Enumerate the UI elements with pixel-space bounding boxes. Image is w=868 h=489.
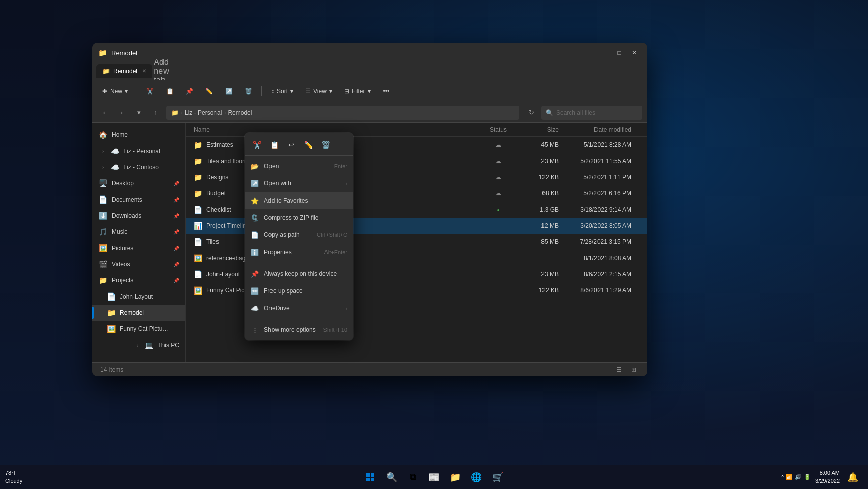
tab-close-icon[interactable]: ✕ <box>142 68 146 74</box>
up-button[interactable]: ↑ <box>149 106 163 120</box>
sidebar-label-downloads: Downloads <box>112 212 141 219</box>
ctx-favorites-label: Add to Favorites <box>264 197 347 204</box>
ctx-shortcut-button[interactable]: ↩ <box>284 138 298 152</box>
forward-button[interactable]: › <box>115 106 129 120</box>
task-view-button[interactable]: ⧉ <box>404 468 422 486</box>
window-title: Remodel <box>111 49 593 57</box>
tab-remodel[interactable]: 📁 Remodel ✕ <box>96 64 152 78</box>
search-box[interactable]: 🔍 Search all files <box>541 106 642 120</box>
file-status-checklist: ● <box>478 208 518 212</box>
recent-locations-button[interactable]: ▾ <box>132 106 146 120</box>
weather-widget[interactable]: 78°F Cloudy <box>5 469 22 485</box>
weather-temp: 78°F <box>5 469 22 477</box>
sidebar-item-projects[interactable]: 📁 Projects 📌 <box>92 272 185 288</box>
ctx-copy-button[interactable]: 📋 <box>267 138 281 152</box>
ctx-copy-path[interactable]: 📄 Copy as path Ctrl+Shift+C <box>245 226 353 243</box>
ctx-properties[interactable]: ℹ️ Properties Alt+Enter <box>245 243 353 261</box>
add-tab-button[interactable]: Add new tab <box>154 64 169 78</box>
file-date-checklist: 3/18/2022 9:14 AM <box>559 206 639 213</box>
sidebar-item-pictures[interactable]: 🖼️ Pictures 📌 <box>92 240 185 256</box>
file-icon-budget: 📁 <box>194 189 202 198</box>
details-view-button[interactable]: ☰ <box>613 364 624 375</box>
widgets-button[interactable]: 📰 <box>425 468 443 486</box>
minimize-button[interactable]: ─ <box>597 45 611 60</box>
context-menu-toolbar: ✂️ 📋 ↩ ✏️ 🗑️ <box>245 135 353 156</box>
sort-button[interactable]: ↕️ Sort ▾ <box>266 83 298 100</box>
ctx-onedrive[interactable]: ☁️ OneDrive › <box>245 300 353 317</box>
view-button[interactable]: ☰ View ▾ <box>300 83 337 100</box>
ctx-open-with[interactable]: ↗️ Open with › <box>245 175 353 192</box>
large-icons-view-button[interactable]: ⊞ <box>628 364 639 375</box>
column-size[interactable]: Size <box>518 126 559 133</box>
sidebar-item-music[interactable]: 🎵 Music 📌 <box>92 224 185 240</box>
file-explorer-taskbar-button[interactable]: 📁 <box>446 468 464 486</box>
paste-button[interactable]: 📌 <box>181 83 198 100</box>
column-date[interactable]: Date modified <box>559 126 639 133</box>
sidebar-item-videos[interactable]: 🎬 Videos 📌 <box>92 256 185 272</box>
volume-icon[interactable]: 🔊 <box>795 474 802 480</box>
clock[interactable]: 8:00 AM 3/29/2022 <box>815 469 840 485</box>
ctx-free-space-label: Free up space <box>264 287 347 295</box>
sidebar-item-liz-contoso[interactable]: › ☁️ Liz - Contoso <box>92 159 185 175</box>
breadcrumb[interactable]: 📁 › Liz - Personal › Remodel <box>166 106 519 120</box>
file-date-funny-cat: 8/6/2021 11:29 AM <box>559 287 639 294</box>
maximize-button[interactable]: □ <box>612 45 626 60</box>
sidebar-item-documents[interactable]: 📄 Documents 📌 <box>92 191 185 208</box>
file-date-reference: 8/1/2021 8:08 AM <box>559 255 639 262</box>
sidebar-item-remodel[interactable]: 📁 Remodel <box>92 305 185 321</box>
ctx-add-favorites[interactable]: ⭐ Add to Favorites <box>245 192 353 209</box>
edge-button[interactable]: 🌐 <box>467 468 485 486</box>
ctx-open-label: Open <box>264 163 329 170</box>
breadcrumb-path-1[interactable]: Liz - Personal <box>185 109 222 116</box>
rename-button[interactable]: ✏️ <box>200 83 218 100</box>
refresh-button[interactable]: ↻ <box>524 106 538 120</box>
ctx-more-label: Show more options <box>264 326 318 333</box>
ctx-open[interactable]: 📂 Open Enter <box>245 158 353 175</box>
copy-button[interactable]: 📋 <box>161 83 179 100</box>
music-icon: 🎵 <box>98 228 107 236</box>
current-time: 8:00 AM <box>815 469 840 477</box>
more-options-button[interactable]: ••• <box>378 83 395 100</box>
sidebar-item-desktop[interactable]: 🖥️ Desktop 📌 <box>92 175 185 191</box>
breadcrumb-sep-2: › <box>224 109 226 116</box>
sidebar-item-liz-personal[interactable]: › ☁️ Liz - Personal <box>92 143 185 159</box>
sidebar-item-home[interactable]: 🏠 Home <box>92 127 185 143</box>
sidebar-item-downloads[interactable]: ⬇️ Downloads 📌 <box>92 208 185 224</box>
search-button[interactable]: 🔍 <box>383 468 401 486</box>
cut-button[interactable]: ✂️ <box>141 83 159 100</box>
ctx-compress[interactable]: 🗜️ Compress to ZIP file <box>245 209 353 226</box>
new-button[interactable]: ✚ New ▾ <box>97 83 133 100</box>
remodel-icon: 📁 <box>106 309 116 317</box>
filter-button[interactable]: ⊟ Filter ▾ <box>339 83 376 100</box>
battery-icon[interactable]: 🔋 <box>804 474 811 480</box>
delete-button[interactable]: 🗑️ <box>240 83 257 100</box>
tab-folder-icon: 📁 <box>102 68 110 75</box>
title-bar: 📁 Remodel ─ □ ✕ <box>92 43 647 62</box>
ctx-delete-button[interactable]: 🗑️ <box>318 138 333 152</box>
ctx-cut-button[interactable]: ✂️ <box>250 138 264 152</box>
ctx-more-options[interactable]: ⋮ Show more options Shift+F10 <box>245 321 353 338</box>
sidebar-item-funny-cat[interactable]: 🖼️ Funny Cat Pictu... <box>92 321 185 337</box>
column-status[interactable]: Status <box>478 126 518 133</box>
column-name[interactable]: Name <box>194 126 478 133</box>
ctx-open-shortcut: Enter <box>334 163 347 169</box>
notifications-button[interactable]: 🔔 <box>844 468 862 486</box>
back-button[interactable]: ‹ <box>97 106 112 120</box>
home-icon: 🏠 <box>98 131 107 139</box>
store-button[interactable]: 🛒 <box>489 468 507 486</box>
share-button[interactable]: ↗️ <box>220 83 238 100</box>
start-button[interactable] <box>361 468 379 486</box>
ctx-rename-button[interactable]: ✏️ <box>301 138 315 152</box>
cloud-icon-1: ☁️ <box>110 147 119 155</box>
new-label: New <box>110 88 122 95</box>
close-button[interactable]: ✕ <box>627 45 641 60</box>
john-layout-icon: 📄 <box>106 292 116 301</box>
breadcrumb-path-2[interactable]: Remodel <box>228 109 252 116</box>
sidebar-item-john-layout[interactable]: 📄 John-Layout <box>92 288 185 305</box>
ctx-keep-on-device[interactable]: 📌 Always keep on this device <box>245 265 353 282</box>
svg-rect-1 <box>371 473 374 477</box>
network-icon[interactable]: 📶 <box>786 474 793 480</box>
ctx-free-space[interactable]: 🆓 Free up space <box>245 282 353 300</box>
sidebar-item-this-pc[interactable]: › 💻 This PC <box>92 337 185 353</box>
chevron-up-icon[interactable]: ^ <box>781 474 784 480</box>
